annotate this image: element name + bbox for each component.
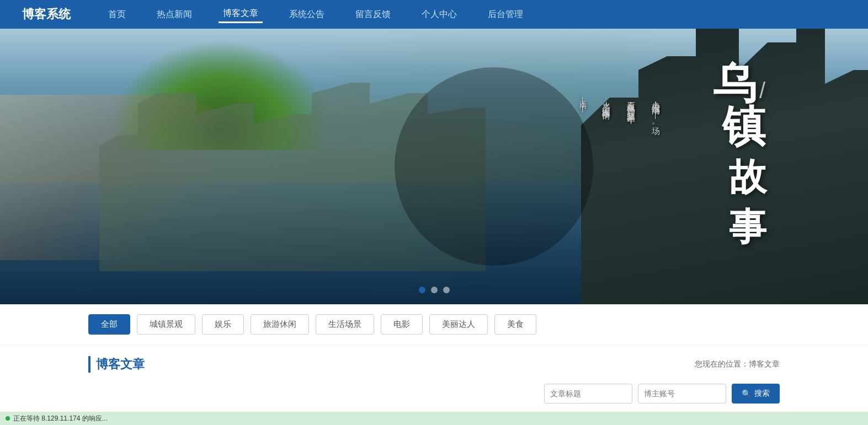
category-bar: 全部 城镇景观 娱乐 旅游休闲 生活场景 电影 美丽达人 美食 xyxy=(0,304,868,345)
cat-food[interactable]: 美食 xyxy=(494,314,536,335)
cat-beauty[interactable]: 美丽达人 xyxy=(429,314,488,335)
carousel-dot-1[interactable] xyxy=(419,287,425,293)
section-header: 博客文章 您现在的位置：博客文章 xyxy=(0,345,868,378)
hero-poem-col3: 青石板乌篷船·筑梦回千年。 xyxy=(624,95,639,131)
section-title: 博客文章 xyxy=(88,356,145,373)
carousel-dot-2[interactable] xyxy=(431,287,438,293)
hero-poem-col1: 江南—— xyxy=(577,95,589,131)
search-button-label: 搜索 xyxy=(754,389,770,399)
search-account-input[interactable] xyxy=(638,384,726,404)
hero-banner: 乌/ 镇 故事 江南—— 水乡·闲温娅多情· 青石板乌篷船·筑梦回千年。 小桥流… xyxy=(0,29,868,304)
nav-home[interactable]: 首页 xyxy=(104,7,130,23)
search-title-input[interactable] xyxy=(544,384,632,404)
nav-personal-center[interactable]: 个人中心 xyxy=(417,7,461,23)
hero-poem-col4: 小桥流水烟雨——场。 xyxy=(649,95,664,131)
cat-life[interactable]: 生活场景 xyxy=(316,314,374,335)
status-text: 正在等待 8.129.11.174 的响应... xyxy=(13,414,108,423)
carousel-dots xyxy=(419,287,450,293)
hero-title-wuzhen: 乌/ 镇 xyxy=(713,62,769,148)
content-area: 全部 城镇景观 娱乐 旅游休闲 生活场景 电影 美丽达人 美食 博客文章 您现在… xyxy=(0,304,868,425)
hero-circle-overlay xyxy=(395,67,593,266)
hero-poem-col2: 水乡·闲温娅多情· xyxy=(599,95,614,131)
status-indicator xyxy=(6,416,10,421)
nav-feedback[interactable]: 留言反馈 xyxy=(351,7,395,23)
cat-scenery[interactable]: 城镇景观 xyxy=(137,314,195,335)
navbar: 博客系统 首页 热点新闻 博客文章 系统公告 留言反馈 个人中心 后台管理 xyxy=(0,0,868,29)
cat-travel[interactable]: 旅游休闲 xyxy=(251,314,309,335)
carousel-dot-3[interactable] xyxy=(443,287,450,293)
breadcrumb: 您现在的位置：博客文章 xyxy=(695,359,780,369)
nav-hot-news[interactable]: 热点新闻 xyxy=(152,7,196,23)
nav-admin[interactable]: 后台管理 xyxy=(483,7,528,23)
hero-title-wu: 乌 xyxy=(713,59,759,107)
status-bar: 正在等待 8.129.11.174 的响应... xyxy=(0,412,868,425)
hero-text-block: 乌/ 镇 故事 xyxy=(713,62,769,252)
search-bar: 🔍 搜索 xyxy=(0,378,868,409)
search-button[interactable]: 🔍 搜索 xyxy=(732,384,780,404)
cat-movies[interactable]: 电影 xyxy=(381,314,423,335)
hero-title-story: 故事 xyxy=(713,152,769,252)
nav-announcements[interactable]: 系统公告 xyxy=(285,7,329,23)
hero-slash: / xyxy=(759,78,769,103)
cat-entertainment[interactable]: 娱乐 xyxy=(202,314,244,335)
nav-blog-articles[interactable]: 博客文章 xyxy=(219,6,263,23)
hero-title-zhen: 镇 xyxy=(722,102,769,150)
search-icon: 🔍 xyxy=(742,389,751,398)
brand-logo: 博客系统 xyxy=(22,6,71,23)
cat-all[interactable]: 全部 xyxy=(88,314,130,335)
hero-poem: 江南—— 水乡·闲温娅多情· 青石板乌篷船·筑梦回千年。 小桥流水烟雨——场。 xyxy=(577,95,664,131)
